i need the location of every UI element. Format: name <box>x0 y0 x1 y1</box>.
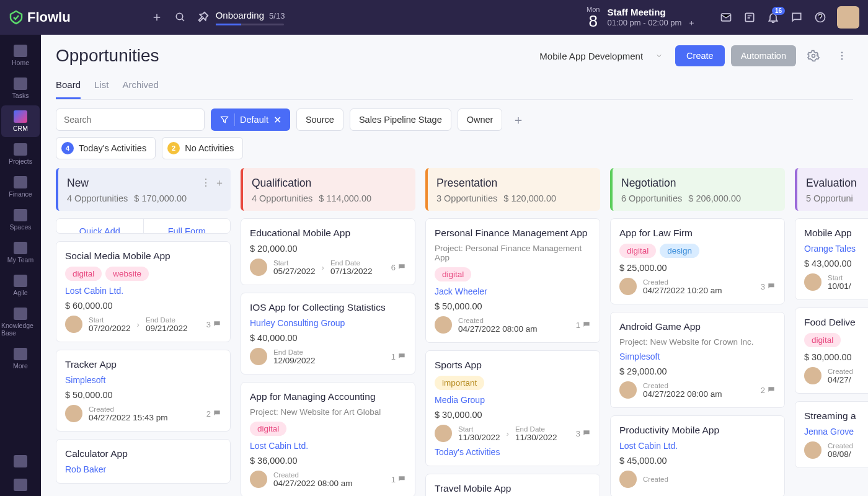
opportunity-card[interactable]: Calculator AppRob Baker <box>56 439 231 484</box>
sidebar-item-projects[interactable]: Projects <box>1 138 40 170</box>
opportunity-card[interactable]: Tracker AppSimplesoft$ 50,000.00Created0… <box>56 350 231 432</box>
quick-add-button[interactable]: Quick Add <box>56 219 144 234</box>
column-menu-icon[interactable]: ⋮ <box>201 177 211 190</box>
card-link[interactable]: Jenna Grove <box>804 427 868 436</box>
close-icon[interactable]: ✕ <box>273 114 281 126</box>
mail-icon[interactable] <box>714 6 738 29</box>
search-icon[interactable] <box>169 6 192 29</box>
filter-sales-pipeline-stage[interactable]: Sales Pipeline Stage <box>350 108 451 131</box>
svg-point-5 <box>841 51 843 53</box>
activity-chip[interactable]: 2No Activities <box>162 137 243 159</box>
comments-count[interactable]: 3 <box>206 320 221 329</box>
opportunity-card[interactable]: App for Law Firmdigitaldesign$ 25,000.00… <box>610 218 785 304</box>
more-icon[interactable] <box>831 45 853 67</box>
comments-count[interactable]: 6 <box>391 263 406 272</box>
card-link[interactable]: Lost Cabin Ltd. <box>250 441 406 451</box>
opportunity-card[interactable]: Food Delivedigital$ 30,000.00Created04/2… <box>795 308 868 394</box>
sidebar-item-agile[interactable]: Agile <box>1 270 40 301</box>
sidebar-item-crm[interactable]: CRM <box>1 105 40 137</box>
search-input[interactable] <box>56 108 205 131</box>
sidebar-gear-icon[interactable] <box>1 474 40 496</box>
chat-icon[interactable] <box>785 6 808 29</box>
card-link[interactable]: Hurley Consulting Group <box>250 318 406 328</box>
created-date: 04/27/ <box>828 375 853 384</box>
avatar-icon <box>435 425 452 442</box>
comments-count[interactable]: 2 <box>761 386 776 395</box>
column-name: Evaluation <box>806 177 868 190</box>
filter-owner[interactable]: Owner <box>458 108 503 131</box>
bell-icon[interactable]: 16 <box>761 6 785 29</box>
opportunity-card[interactable]: Sports AppimportantMedia Group$ 30,000.0… <box>425 350 600 466</box>
tab-archived[interactable]: Archived <box>122 76 158 99</box>
card-link[interactable]: Simplesoft <box>65 375 221 385</box>
note-icon[interactable] <box>738 6 761 29</box>
card-link[interactable]: Orange Tales <box>804 244 868 254</box>
sidebar-item-tasks[interactable]: Tasks <box>1 73 40 104</box>
card-link[interactable]: Rob Baker <box>65 464 221 474</box>
sidebar-item-finance[interactable]: Finance <box>1 171 40 203</box>
opportunity-card[interactable]: Social Media Mobile AppdigitalwebsiteLos… <box>56 241 231 342</box>
add-filter-icon[interactable]: ＋ <box>508 110 528 130</box>
opportunity-card[interactable]: Streaming aJenna GroveCreated08/08/ <box>795 401 868 468</box>
create-button[interactable]: Create <box>675 45 725 66</box>
logo[interactable]: Flowlu <box>9 9 71 25</box>
calendar-widget[interactable]: Mon 8 Staff Meeting 01:00 pm - 02:00 pm … <box>587 6 696 29</box>
today-activities-link[interactable]: Today's Activities <box>435 447 591 457</box>
default-filter-button[interactable]: Default ✕ <box>211 108 290 131</box>
add-icon[interactable] <box>145 6 169 29</box>
tag-design: design <box>660 244 699 258</box>
automation-button[interactable]: Automation <box>731 45 796 66</box>
card-link[interactable]: Media Group <box>435 395 591 405</box>
card-link[interactable]: Lost Cabin Ltd. <box>619 441 776 451</box>
sidebar-item-more[interactable]: More <box>1 343 40 374</box>
opportunity-card[interactable]: Educational Mobile App$ 20,000.00Start05… <box>241 218 415 285</box>
sidebar-icon <box>14 242 27 254</box>
meeting-title: Staff Meeting <box>607 7 696 17</box>
comments-count[interactable]: 1 <box>391 352 406 361</box>
tab-list[interactable]: List <box>94 76 108 99</box>
opportunity-card[interactable]: Productivity Mobile AppLost Cabin Ltd.$ … <box>610 415 785 496</box>
sidebar-item-home[interactable]: Home <box>1 40 40 71</box>
card-link[interactable]: Jack Wheeler <box>435 286 591 296</box>
user-avatar[interactable] <box>837 6 859 29</box>
column-name: Qualification <box>252 177 407 190</box>
opportunity-card[interactable]: Android Game AppProject: New Website for… <box>610 312 785 408</box>
avatar-icon <box>619 278 637 295</box>
sidebar-label: My Team <box>7 256 33 264</box>
onboarding-widget[interactable]: Onboarding 5/13 <box>196 10 285 25</box>
comments-count[interactable]: 1 <box>576 321 591 330</box>
comments-count[interactable]: 3 <box>576 429 591 438</box>
gear-icon[interactable] <box>802 45 825 67</box>
comments-count[interactable]: 3 <box>761 282 776 291</box>
arrow-icon: › <box>137 320 140 329</box>
pipeline-select[interactable]: Mobile App Development <box>533 47 669 65</box>
activity-chip[interactable]: 4Today's Activities <box>56 137 156 159</box>
column-add-icon[interactable]: ＋ <box>215 177 224 190</box>
card-title: Productivity Mobile App <box>619 425 776 436</box>
card-link[interactable]: Simplesoft <box>619 352 776 361</box>
created-date: 04/27/2022 10:20 am <box>643 286 722 295</box>
opportunity-card[interactable]: Travel Mobile App <box>425 474 600 496</box>
help-icon[interactable] <box>808 6 832 29</box>
opportunity-card[interactable]: App for Managing AccountingProject: New … <box>241 382 415 496</box>
add-row: Quick AddFull Form <box>56 218 231 234</box>
svg-point-4 <box>812 55 815 58</box>
sidebar-icon <box>14 275 27 287</box>
full-form-button[interactable]: Full Form <box>144 219 231 234</box>
sidebar-item-spaces[interactable]: Spaces <box>1 204 40 236</box>
tab-board[interactable]: Board <box>56 76 81 99</box>
opportunity-card[interactable]: Mobile AppOrange Tales$ 43,000.00Start10… <box>795 218 868 300</box>
sidebar-loop-icon[interactable] <box>1 450 40 472</box>
comments-count[interactable]: 2 <box>206 409 221 418</box>
comments-count[interactable]: 1 <box>391 475 406 484</box>
sidebar-item-knowledge-base[interactable]: Knowledge Base <box>1 303 40 342</box>
opportunity-card[interactable]: IOS App for Collecting StatisticsHurley … <box>241 293 415 374</box>
opportunity-card[interactable]: Personal Finance Management AppProject: … <box>425 218 600 343</box>
tag-important: important <box>435 376 484 390</box>
card-title: Educational Mobile App <box>250 228 406 239</box>
card-link[interactable]: Lost Cabin Ltd. <box>65 286 221 296</box>
start-date: 07/20/2022 <box>89 324 131 333</box>
meeting-time: 01:00 pm - 02:00 pm <box>607 18 681 27</box>
filter-source[interactable]: Source <box>296 108 343 131</box>
sidebar-item-my-team[interactable]: My Team <box>1 237 40 268</box>
